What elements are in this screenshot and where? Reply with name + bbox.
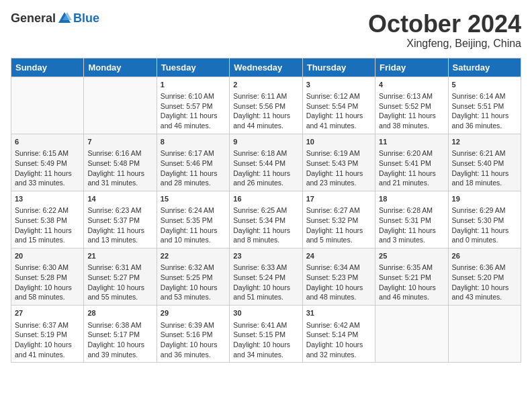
cell-content: 1Sunrise: 6:10 AMSunset: 5:57 PMDaylight… bbox=[161, 80, 226, 131]
calendar-cell: 2Sunrise: 6:11 AMSunset: 5:56 PMDaylight… bbox=[230, 77, 302, 134]
sunrise-text: Sunrise: 6:22 AM bbox=[15, 206, 69, 214]
daylight-text: Daylight: 10 hours and 36 minutes. bbox=[161, 340, 218, 359]
daylight-text: Daylight: 11 hours and 36 minutes. bbox=[452, 111, 509, 130]
sunrise-text: Sunrise: 6:19 AM bbox=[306, 149, 360, 157]
day-number: 30 bbox=[233, 308, 298, 318]
calendar-cell: 19Sunrise: 6:29 AMSunset: 5:30 PMDayligh… bbox=[448, 191, 521, 248]
calendar-cell: 8Sunrise: 6:17 AMSunset: 5:46 PMDaylight… bbox=[157, 134, 229, 191]
sunset-text: Sunset: 5:52 PM bbox=[379, 102, 431, 110]
daylight-text: Daylight: 11 hours and 0 minutes. bbox=[452, 226, 509, 244]
sunset-text: Sunset: 5:49 PM bbox=[15, 159, 67, 167]
sunset-text: Sunset: 5:23 PM bbox=[306, 273, 359, 281]
sunset-text: Sunset: 5:19 PM bbox=[15, 330, 67, 338]
day-number: 20 bbox=[15, 251, 80, 261]
day-number: 16 bbox=[233, 194, 298, 204]
sunset-text: Sunset: 5:37 PM bbox=[87, 216, 140, 224]
day-number: 31 bbox=[306, 308, 371, 318]
daylight-text: Daylight: 10 hours and 39 minutes. bbox=[87, 340, 144, 359]
day-number: 24 bbox=[306, 251, 371, 261]
logo-icon bbox=[57, 11, 72, 26]
calendar-cell: 5Sunrise: 6:14 AMSunset: 5:51 PMDaylight… bbox=[448, 77, 521, 134]
cell-content: 25Sunrise: 6:35 AMSunset: 5:21 PMDayligh… bbox=[379, 251, 444, 302]
day-number: 7 bbox=[87, 137, 152, 147]
day-number: 11 bbox=[379, 137, 444, 147]
weekday-header-friday: Friday bbox=[375, 58, 448, 77]
weekday-header-sunday: Sunday bbox=[11, 58, 84, 77]
logo-general: General bbox=[11, 11, 56, 26]
sunset-text: Sunset: 5:44 PM bbox=[233, 159, 285, 167]
calendar-cell bbox=[11, 77, 84, 134]
daylight-text: Daylight: 11 hours and 10 minutes. bbox=[161, 226, 218, 244]
daylight-text: Daylight: 11 hours and 44 minutes. bbox=[233, 111, 290, 130]
sunrise-text: Sunrise: 6:11 AM bbox=[233, 92, 287, 100]
sunset-text: Sunset: 5:16 PM bbox=[161, 330, 213, 338]
sunrise-text: Sunrise: 6:27 AM bbox=[306, 206, 360, 214]
calendar-cell bbox=[448, 306, 521, 363]
sunset-text: Sunset: 5:28 PM bbox=[15, 273, 67, 281]
page-header: General Blue October 2024 Xingfeng, Beij… bbox=[11, 11, 521, 50]
day-number: 22 bbox=[161, 251, 226, 261]
cell-content: 27Sunrise: 6:37 AMSunset: 5:19 PMDayligh… bbox=[15, 308, 80, 359]
daylight-text: Daylight: 11 hours and 21 minutes. bbox=[379, 169, 436, 187]
sunset-text: Sunset: 5:46 PM bbox=[161, 159, 213, 167]
week-row-2: 6Sunrise: 6:15 AMSunset: 5:49 PMDaylight… bbox=[11, 134, 521, 191]
cell-content: 26Sunrise: 6:36 AMSunset: 5:20 PMDayligh… bbox=[452, 251, 517, 302]
cell-content: 10Sunrise: 6:19 AMSunset: 5:43 PMDayligh… bbox=[306, 137, 371, 188]
cell-content: 6Sunrise: 6:15 AMSunset: 5:49 PMDaylight… bbox=[15, 137, 80, 188]
cell-content: 8Sunrise: 6:17 AMSunset: 5:46 PMDaylight… bbox=[161, 137, 226, 188]
sunrise-text: Sunrise: 6:14 AM bbox=[452, 92, 506, 100]
sunrise-text: Sunrise: 6:29 AM bbox=[452, 206, 506, 214]
day-number: 28 bbox=[87, 308, 152, 318]
daylight-text: Daylight: 10 hours and 41 minutes. bbox=[15, 340, 72, 359]
day-number: 6 bbox=[15, 137, 80, 147]
sunset-text: Sunset: 5:56 PM bbox=[233, 102, 285, 110]
sunset-text: Sunset: 5:31 PM bbox=[379, 216, 431, 224]
calendar-cell: 14Sunrise: 6:23 AMSunset: 5:37 PMDayligh… bbox=[84, 191, 157, 248]
day-number: 21 bbox=[87, 251, 152, 261]
weekday-header-row: SundayMondayTuesdayWednesdayThursdayFrid… bbox=[11, 58, 521, 77]
calendar-cell: 4Sunrise: 6:13 AMSunset: 5:52 PMDaylight… bbox=[375, 77, 448, 134]
calendar-cell: 11Sunrise: 6:20 AMSunset: 5:41 PMDayligh… bbox=[375, 134, 448, 191]
calendar-cell: 21Sunrise: 6:31 AMSunset: 5:27 PMDayligh… bbox=[84, 248, 157, 306]
sunset-text: Sunset: 5:21 PM bbox=[379, 273, 431, 281]
cell-content: 16Sunrise: 6:25 AMSunset: 5:34 PMDayligh… bbox=[233, 194, 298, 245]
sunrise-text: Sunrise: 6:37 AM bbox=[15, 321, 69, 329]
calendar-cell: 9Sunrise: 6:18 AMSunset: 5:44 PMDaylight… bbox=[230, 134, 302, 191]
day-number: 2 bbox=[233, 80, 298, 90]
calendar-cell: 24Sunrise: 6:34 AMSunset: 5:23 PMDayligh… bbox=[302, 248, 375, 306]
daylight-text: Daylight: 10 hours and 43 minutes. bbox=[452, 283, 509, 302]
cell-content: 24Sunrise: 6:34 AMSunset: 5:23 PMDayligh… bbox=[306, 251, 371, 302]
calendar-cell: 26Sunrise: 6:36 AMSunset: 5:20 PMDayligh… bbox=[448, 248, 521, 306]
daylight-text: Daylight: 10 hours and 34 minutes. bbox=[233, 340, 290, 359]
cell-content: 13Sunrise: 6:22 AMSunset: 5:38 PMDayligh… bbox=[15, 194, 80, 245]
sunrise-text: Sunrise: 6:31 AM bbox=[87, 263, 141, 271]
calendar-cell: 30Sunrise: 6:41 AMSunset: 5:15 PMDayligh… bbox=[230, 306, 302, 363]
day-number: 12 bbox=[452, 137, 517, 147]
week-row-1: 1Sunrise: 6:10 AMSunset: 5:57 PMDaylight… bbox=[11, 77, 521, 134]
sunrise-text: Sunrise: 6:41 AM bbox=[233, 321, 287, 329]
day-number: 13 bbox=[15, 194, 80, 204]
day-number: 25 bbox=[379, 251, 444, 261]
sunset-text: Sunset: 5:57 PM bbox=[161, 102, 213, 110]
cell-content: 19Sunrise: 6:29 AMSunset: 5:30 PMDayligh… bbox=[452, 194, 517, 245]
sunset-text: Sunset: 5:27 PM bbox=[87, 273, 140, 281]
sunrise-text: Sunrise: 6:16 AM bbox=[87, 149, 141, 157]
week-row-4: 20Sunrise: 6:30 AMSunset: 5:28 PMDayligh… bbox=[11, 248, 521, 306]
sunset-text: Sunset: 5:15 PM bbox=[233, 330, 285, 338]
calendar-cell: 16Sunrise: 6:25 AMSunset: 5:34 PMDayligh… bbox=[230, 191, 302, 248]
day-number: 9 bbox=[233, 137, 298, 147]
daylight-text: Daylight: 10 hours and 48 minutes. bbox=[306, 283, 363, 302]
location-title: Xingfeng, Beijing, China bbox=[368, 38, 521, 50]
sunrise-text: Sunrise: 6:24 AM bbox=[161, 206, 214, 214]
cell-content: 14Sunrise: 6:23 AMSunset: 5:37 PMDayligh… bbox=[87, 194, 152, 245]
daylight-text: Daylight: 10 hours and 55 minutes. bbox=[87, 283, 144, 302]
day-number: 10 bbox=[306, 137, 371, 147]
calendar-cell: 22Sunrise: 6:32 AMSunset: 5:25 PMDayligh… bbox=[157, 248, 229, 306]
calendar-header: SundayMondayTuesdayWednesdayThursdayFrid… bbox=[11, 58, 521, 77]
sunrise-text: Sunrise: 6:17 AM bbox=[161, 149, 214, 157]
daylight-text: Daylight: 11 hours and 46 minutes. bbox=[161, 111, 218, 130]
weekday-header-monday: Monday bbox=[84, 58, 157, 77]
sunset-text: Sunset: 5:17 PM bbox=[87, 330, 140, 338]
weekday-header-wednesday: Wednesday bbox=[230, 58, 302, 77]
daylight-text: Daylight: 11 hours and 28 minutes. bbox=[161, 169, 218, 187]
